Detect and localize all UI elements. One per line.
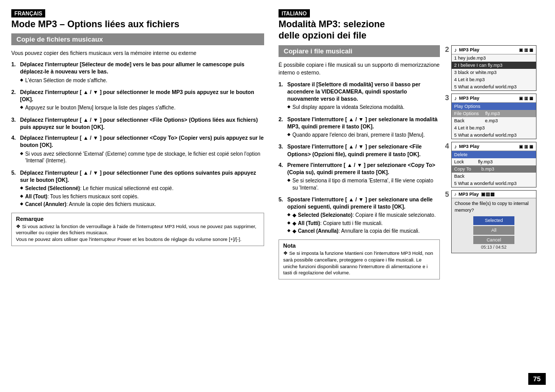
music-icon: ♪ (454, 95, 457, 101)
left-step-4: 4. Déplacez l'interrupteur [ ▲ / ▼ ] pou… (11, 134, 264, 165)
step-num-5: 5. (11, 169, 18, 209)
nota-text: ❖ Se si imposta la funzione Mantieni con… (283, 250, 435, 276)
file-options-item: File Options fly.mp3 (452, 110, 536, 117)
mp3-item-2: 2 I believe I can fly.mp3 (452, 62, 536, 69)
dialog-body: Choose the file(s) to copy to internal m… (452, 198, 536, 253)
dialog-question: Choose the file(s) to copy to internal m… (455, 200, 533, 213)
header-icons: ▣▥▦ (519, 144, 533, 149)
copy-to-item: Copy To b.mp3 (452, 165, 536, 173)
music-icon: ♪ (454, 143, 457, 150)
lang-badge-it: ITALIANO (279, 9, 310, 17)
step-label-2: 2 (445, 45, 449, 53)
right-main-content: Copiare i file musicali È possibile copi… (279, 45, 544, 279)
cancel-button[interactable]: Cancel (473, 236, 514, 245)
step-text-3: Déplacez l'interrupteur [ ▲ / ▼ ] pour s… (20, 117, 258, 130)
screen4-item-5: 5 What a wonderful world.mp3 (452, 180, 536, 187)
mp3-item-3: 3 black or white.mp3 (452, 69, 536, 76)
left-intro: Vous pouvez copier des fichiers musicaux… (11, 49, 264, 57)
mp3-screen-3-header: ♪ MP3 Play ▣▥▦ (452, 94, 536, 103)
right-header-block: ITALIANO Modalità MP3: selezione delle o… (279, 9, 544, 41)
step-subs-1: L'écran Sélection de mode s'affiche. (20, 77, 264, 84)
play-options-item: Play Options (452, 103, 536, 110)
screen-row-3: 3 ♪ MP3 Play ▣▥▦ Play Options File Optio… (444, 94, 536, 139)
mp3-screen-5-header: ♪ MP3 Play ▣▥▦ (452, 191, 536, 198)
lock-item: Lock fly.mp3 (452, 158, 536, 165)
screen-row-4: 4 ♪ MP3 Play ▣▥▦ Delete Lock fly.mp3 Cop… (444, 142, 536, 188)
delete-item: Delete (452, 151, 536, 158)
step-text-4: Déplacez l'interrupteur [ ▲ / ▼ ] pour s… (20, 135, 264, 148)
screenshots-column: 2 ♪ MP3 Play ▣▥▦ 1 hey jude.mp3 2 I beli… (444, 45, 536, 279)
right-step-2: 2. Spostare l'interruttore [ ▲ / ▼ ] per… (279, 116, 440, 140)
sub-item-all: All (Tout): Tous les fichiers musicaux s… (20, 193, 264, 200)
sub-item: L'écran Sélection de mode s'affiche. (20, 77, 264, 84)
nota-box: Nota ❖ Se si imposta la funzione Mantien… (279, 239, 440, 279)
step-subs-5: Selected (Sélectionné): Le fichier music… (20, 185, 264, 208)
right-title: Modalità MP3: selezione delle opzioni de… (279, 19, 544, 41)
mp3-item-4: 4 Let it be.mp3 (452, 76, 536, 83)
selected-button[interactable]: Selected (473, 216, 514, 225)
mp3-screen-4: ♪ MP3 Play ▣▥▦ Delete Lock fly.mp3 Copy … (451, 142, 536, 188)
mp3-screen-3: ♪ MP3 Play ▣▥▦ Play Options File Options… (451, 94, 536, 139)
screen-row-5: 5 ♪ MP3 Play ▣▥▦ Choose the file(s) to c… (444, 190, 536, 253)
step-subs-4: Si vous avez sélectionné 'External' (Ext… (20, 151, 264, 164)
right-column: ITALIANO Modalità MP3: selezione delle o… (273, 9, 544, 385)
screen3-item-4: 4 Let it be.mp3 (452, 124, 536, 132)
left-section-bar: Copie de fichiers musicaux (11, 33, 264, 45)
step-label-5: 5 (445, 190, 449, 198)
left-step-5: 5. Déplacez l'interrupteur [ ▲ / ▼ ] pou… (11, 169, 264, 209)
left-header-row: FRANÇAIS Mode MP3 – Options liées aux fi… (11, 9, 264, 30)
mp3-screen-5: ♪ MP3 Play ▣▥▦ Choose the file(s) to cop… (451, 190, 536, 253)
right-step-1: 1. Spostare il [Selettore di modalità] v… (279, 81, 440, 112)
left-title: Mode MP3 – Options liées aux fichiers (11, 19, 264, 30)
header-icons: ▣▥▦ (519, 48, 533, 52)
nota-title: Nota (283, 242, 435, 249)
right-top-row: ITALIANO Modalità MP3: selezione delle o… (279, 9, 544, 41)
right-section-bar: Copiare i file musicali (279, 45, 440, 57)
left-step-1: 1. Déplacez l'interrupteur [Sélecteur de… (11, 61, 264, 85)
sub-item-cancel: Cancel (Annuler): Annule la copie des fi… (20, 201, 264, 208)
step-num-1: 1. (11, 61, 18, 85)
step-num-2: 2. (11, 88, 18, 113)
screen3-item-5: 5 What a wonderful world.mp3 (452, 132, 536, 139)
left-title-block: FRANÇAIS Mode MP3 – Options liées aux fi… (11, 9, 264, 30)
remarque-box: Remarque ❖ Si vous activez la fonction d… (11, 213, 264, 246)
timestamp: 05:13 / 04:52 (455, 245, 533, 251)
sub-item: Appuyez sur le bouton [Menu] lorsque la … (20, 104, 264, 111)
step-text-2: Déplacez l'interrupteur [ ▲ / ▼ ] pour s… (20, 89, 254, 102)
music-icon: ♪ (454, 47, 457, 53)
step-content-2: Déplacez l'interrupteur [ ▲ / ▼ ] pour s… (20, 88, 264, 113)
step-label-3: 3 (445, 94, 449, 102)
right-intro: È possibile copiare i file musicali su u… (279, 61, 440, 76)
left-steps-list: 1. Déplacez l'interrupteur [Sélecteur de… (11, 61, 264, 209)
step-content-5: Déplacez l'interrupteur [ ▲ / ▼ ] pour s… (20, 169, 264, 209)
page-number: 75 (528, 373, 546, 385)
header-icons: ▣▥▦ (519, 96, 533, 101)
back-item-4: Back (452, 173, 536, 180)
step-text-5: Déplacez l'interrupteur [ ▲ / ▼ ] pour s… (20, 170, 256, 183)
right-steps-list: 1. Spostare il [Selettore di modalità] v… (279, 81, 440, 236)
screen-row-2: 2 ♪ MP3 Play ▣▥▦ 1 hey jude.mp3 2 I beli… (444, 45, 536, 91)
step-num-4: 4. (11, 134, 18, 165)
mp3-screen-2: ♪ MP3 Play ▣▥▦ 1 hey jude.mp3 2 I believ… (451, 45, 536, 91)
step-subs-2: Appuyez sur le bouton [Menu] lorsque la … (20, 104, 264, 111)
lang-badge-fr: FRANÇAIS (11, 9, 45, 17)
right-step-4: 4. Premere l'interruttore [ ▲ / ▼ ] per … (279, 161, 440, 192)
all-button[interactable]: All (473, 226, 514, 235)
remarque-text: ❖ Si vous activez la fonction de verroui… (16, 223, 260, 243)
mp3-screen-2-header: ♪ MP3 Play ▣▥▦ (452, 46, 536, 54)
step-num-3: 3. (11, 116, 18, 130)
left-step-2: 2. Déplacez l'interrupteur [ ▲ / ▼ ] pou… (11, 88, 264, 113)
left-column: FRANÇAIS Mode MP3 – Options liées aux fi… (11, 9, 273, 385)
right-step-3: 3. Spostare l'interruttore [ ▲ / ▼ ] per… (279, 143, 440, 157)
step-label-4: 4 (445, 142, 449, 150)
mp3-item-5: 5 What a wonderful world.mp3 (452, 83, 536, 90)
music-icon: ♪ (454, 192, 457, 197)
right-step-5: 5. Spostare l'interruttore [ ▲ / ▼ ] per… (279, 196, 440, 236)
dialog-buttons: Selected All Cancel (455, 216, 533, 244)
mp3-screen-4-header: ♪ MP3 Play ▣▥▦ (452, 142, 536, 151)
step-content-4: Déplacez l'interrupteur [ ▲ / ▼ ] pour s… (20, 134, 264, 165)
back-item: Back e.mp3 (452, 117, 536, 124)
right-text-area: Copiare i file musicali È possibile copi… (279, 45, 444, 279)
header-icons: ▣▥▦ (481, 192, 495, 197)
sub-item-selected: Selected (Sélectionné): Le fichier music… (20, 185, 264, 192)
